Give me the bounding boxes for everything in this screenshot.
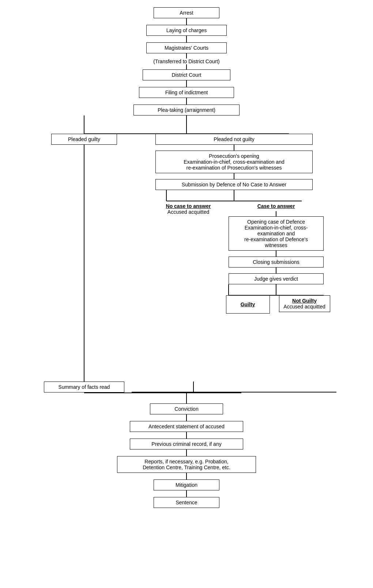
- connector: [186, 490, 187, 497]
- connector: [186, 98, 187, 105]
- connector: [186, 64, 187, 69]
- not-guilty-label: Not Guilty: [282, 298, 328, 304]
- left-branch: Pleaded guilty: [37, 134, 132, 382]
- merge-to-conviction: [37, 392, 336, 403]
- no-case-col: No case to answer Accused acquitted: [155, 201, 221, 217]
- branch-junction-3: [221, 284, 331, 295]
- magistrates-label: Magistrates' Courts: [165, 45, 208, 51]
- submission-defence-label: Submission by Defence of No Case to Answ…: [182, 182, 286, 187]
- not-guilty-box: Not Guilty Accused acquitted: [279, 295, 330, 312]
- summary-left: Summary of facts read: [37, 382, 132, 392]
- pleaded-guilty-label: Pleaded guilty: [68, 136, 100, 142]
- guilty-box: Guilty: [226, 295, 270, 314]
- prosecution-opening-label: Prosecution's opening Examination-in-chi…: [184, 153, 284, 171]
- no-case-label: No case to answer: [166, 203, 211, 209]
- no-case-box: No case to answer Accused acquitted: [163, 201, 214, 217]
- summary-right: [132, 382, 336, 392]
- district-court-label: District Court: [172, 72, 201, 78]
- connector-long-left: [84, 145, 84, 382]
- summary-facts-box: Summary of facts read: [44, 382, 124, 392]
- not-guilty-col: Not Guilty Accused acquitted: [278, 295, 331, 312]
- sentence-box: Sentence: [154, 497, 219, 508]
- mitigation-box: Mitigation: [154, 479, 219, 490]
- main-branch-row: Pleaded guilty Pleaded not guilty Prosec…: [37, 134, 336, 382]
- previous-record-box: Previous criminal record, if any: [130, 439, 243, 449]
- connector: [234, 173, 234, 179]
- laying-charges-box: Laying of charges: [146, 25, 227, 36]
- judge-verdict-label: Judge gives verdict: [254, 276, 298, 282]
- previous-record-label: Previous criminal record, if any: [151, 441, 221, 447]
- connector: [186, 18, 187, 25]
- connector: [234, 145, 234, 151]
- submission-defence-box: Submission by Defence of No Case to Answ…: [155, 179, 313, 190]
- verdict-row: Guilty Not Guilty Accused acquitted: [221, 295, 331, 314]
- district-court-box: District Court: [143, 69, 230, 80]
- filing-indictment-box: Filing of indictment: [139, 87, 234, 98]
- transferred-text: (Transferred to District Court): [153, 58, 220, 64]
- branch-junction-2: [155, 190, 313, 201]
- connector: [186, 449, 187, 456]
- connector: [186, 473, 187, 479]
- summary-facts-label: Summary of facts read: [59, 384, 110, 390]
- plea-taking-label: Plea-taking (arraignment): [158, 107, 215, 113]
- reports-box: Reports, if necessary, e.g. Probation, D…: [117, 456, 256, 473]
- judge-verdict-box: Judge gives verdict: [229, 273, 324, 284]
- closing-submissions-box: Closing submissions: [229, 257, 324, 268]
- case-to-answer-label: Case to answer: [257, 203, 295, 209]
- guilty-label: Guilty: [241, 301, 255, 307]
- sentence-label: Sentence: [176, 500, 197, 505]
- filing-indictment-label: Filing of indictment: [165, 90, 208, 95]
- no-case-row: No case to answer Accused acquitted Case…: [155, 201, 313, 314]
- reports-label: Reports, if necessary, e.g. Probation, D…: [143, 459, 230, 470]
- accused-acquitted-1-label: Accused acquitted: [166, 209, 211, 215]
- case-to-answer-box: Case to answer: [255, 201, 298, 211]
- connector: [186, 53, 187, 58]
- closing-submissions-label: Closing submissions: [253, 259, 299, 265]
- conviction-label: Conviction: [174, 406, 198, 412]
- arrest-box: Arrest: [154, 7, 219, 18]
- connector: [186, 414, 187, 421]
- mitigation-label: Mitigation: [176, 482, 197, 488]
- branch-junction-1: [37, 115, 336, 134]
- accused-acquitted-2-label: Accused acquitted: [282, 304, 328, 310]
- antecedent-label: Antecedent statement of accused: [148, 424, 225, 429]
- right-branch: Pleaded not guilty Prosecution's opening…: [132, 134, 336, 314]
- arrest-label: Arrest: [180, 10, 193, 16]
- pleaded-guilty-box: Pleaded guilty: [51, 134, 117, 145]
- connector: [186, 432, 187, 439]
- connector-v-left: [84, 115, 84, 134]
- opening-defence-label: Opening case of Defence Examination-in-c…: [244, 219, 308, 248]
- connector: [186, 36, 187, 42]
- pleaded-not-guilty-label: Pleaded not guilty: [214, 136, 254, 142]
- guilty-col: Guilty: [221, 295, 274, 314]
- case-to-answer-col: Case to answer Opening case of Defence E…: [221, 201, 331, 314]
- summary-merge-row: Summary of facts read: [37, 382, 336, 392]
- connector-v-center: [186, 115, 187, 134]
- laying-charges-label: Laying of charges: [166, 27, 207, 33]
- prosecution-opening-box: Prosecution's opening Examination-in-chi…: [155, 151, 313, 173]
- connector: [186, 80, 187, 87]
- opening-defence-box: Opening case of Defence Examination-in-c…: [229, 216, 324, 251]
- flowchart: Arrest Laying of charges Magistrates' Co…: [11, 7, 362, 573]
- conviction-box: Conviction: [150, 403, 223, 414]
- pleaded-not-guilty-box: Pleaded not guilty: [155, 134, 313, 145]
- plea-taking-box: Plea-taking (arraignment): [133, 105, 240, 115]
- magistrates-box: Magistrates' Courts: [146, 42, 227, 53]
- antecedent-box: Antecedent statement of accused: [130, 421, 243, 432]
